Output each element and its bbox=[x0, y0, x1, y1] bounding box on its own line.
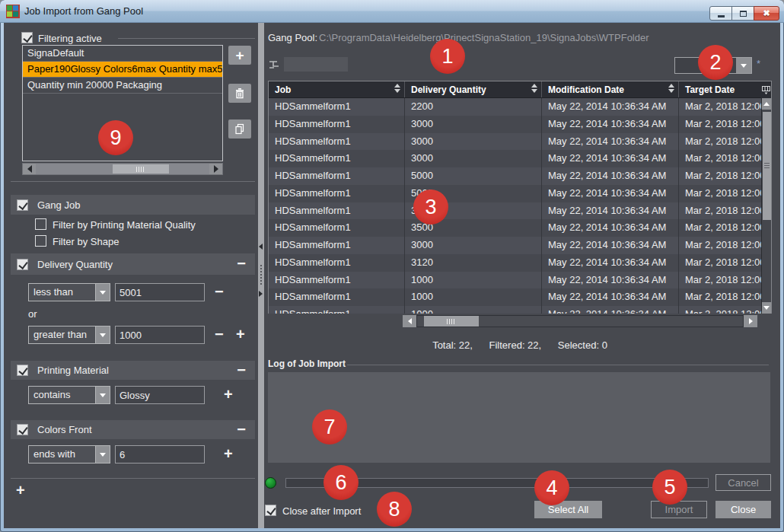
import-button[interactable]: Import bbox=[651, 501, 707, 518]
table-row[interactable]: HDSammelform13500May 22, 2014 10:36:34 A… bbox=[269, 219, 763, 237]
scroll-right-button[interactable] bbox=[744, 315, 757, 327]
dropdown-button[interactable] bbox=[95, 327, 110, 343]
dropdown-button[interactable] bbox=[95, 387, 110, 403]
table-row[interactable]: HDSammelform11000May 22, 2014 10:36:34 A… bbox=[269, 306, 763, 314]
collapse-section-button[interactable]: − bbox=[237, 256, 246, 270]
scroll-left-button[interactable] bbox=[23, 164, 36, 174]
annotation-5: 5 bbox=[652, 470, 687, 505]
cancel-button[interactable]: Cancel bbox=[715, 474, 771, 491]
table-row[interactable]: HDSammelform13000May 22, 2014 10:36:34 A… bbox=[269, 133, 763, 151]
close-after-import-checkbox[interactable] bbox=[265, 505, 276, 516]
scroll-up-button[interactable] bbox=[762, 98, 771, 110]
scroll-down-button[interactable] bbox=[762, 302, 771, 314]
modification-date-cell: May 22, 2014 10:36:34 AM bbox=[542, 202, 679, 220]
table-vertical-scrollbar[interactable] bbox=[761, 98, 771, 314]
add-preset-button[interactable]: + bbox=[228, 46, 251, 65]
column-label: Delivery Quantity bbox=[411, 84, 486, 95]
scrollbar-thumb[interactable] bbox=[113, 164, 169, 174]
colors-front-checkbox[interactable] bbox=[17, 424, 28, 435]
dropdown-button[interactable] bbox=[95, 446, 110, 463]
delete-preset-button[interactable] bbox=[228, 84, 251, 103]
selected-operator: less than bbox=[29, 284, 95, 301]
quantity-cell: 2200 bbox=[405, 98, 542, 116]
or-label: or bbox=[28, 308, 37, 320]
delivery-quantity-checkbox[interactable] bbox=[17, 259, 28, 270]
app-icon bbox=[7, 5, 19, 18]
quantity-value-input[interactable] bbox=[115, 326, 205, 344]
preset-item[interactable]: SignaDefault bbox=[23, 46, 222, 62]
table-row[interactable]: HDSammelform15000May 22, 2014 10:36:34 A… bbox=[269, 185, 763, 202]
duplicate-preset-button[interactable] bbox=[228, 119, 251, 139]
panel-splitter[interactable] bbox=[258, 23, 264, 528]
table-horizontal-scrollbar[interactable] bbox=[403, 315, 757, 327]
table-row[interactable]: HDSammelform13000May 22, 2014 10:36:34 A… bbox=[269, 237, 763, 254]
job-cell: HDSammelform1 bbox=[269, 237, 405, 254]
table-row[interactable]: HDSammelform13000May 22, 2014 10:36:34 A… bbox=[269, 202, 763, 220]
close-dialog-button[interactable]: Close bbox=[715, 501, 771, 518]
column-header-modification-date[interactable]: Modification Date bbox=[542, 81, 679, 97]
table-row[interactable]: HDSammelform13000May 22, 2014 10:36:34 A… bbox=[269, 116, 763, 133]
scrollbar-thumb[interactable] bbox=[424, 316, 479, 327]
annotation-8: 8 bbox=[377, 492, 412, 527]
quantity-operator-select[interactable]: greater than bbox=[28, 326, 110, 344]
column-settings-button[interactable] bbox=[761, 81, 771, 98]
colors-front-section-header: Colors Front − bbox=[11, 420, 255, 439]
column-header-delivery-quantity[interactable]: Delivery Quantity bbox=[405, 81, 542, 97]
maximize-button[interactable] bbox=[731, 6, 754, 21]
material-operator-select[interactable]: contains bbox=[28, 386, 110, 404]
scroll-left-icon bbox=[27, 165, 32, 173]
add-condition-button[interactable]: + bbox=[224, 447, 233, 460]
colors-value-input[interactable] bbox=[115, 445, 205, 464]
plus-icon: + bbox=[235, 47, 244, 64]
table-row[interactable]: HDSammelform12200May 22, 2014 10:36:34 A… bbox=[269, 98, 763, 116]
minimize-button[interactable] bbox=[709, 6, 732, 21]
colors-operator-select[interactable]: ends with bbox=[28, 445, 110, 464]
add-filter-section-button[interactable]: + bbox=[16, 483, 25, 497]
filter-by-shape-checkbox[interactable] bbox=[35, 235, 46, 247]
table-row[interactable]: HDSammelform13000May 22, 2014 10:36:34 A… bbox=[269, 150, 763, 167]
column-header-target-date[interactable]: Target Date bbox=[679, 81, 763, 97]
sort-icon[interactable] bbox=[531, 84, 537, 93]
delivery-quantity-label: Delivery Quantity bbox=[37, 259, 113, 270]
title-bar[interactable]: Job Import from Gang Pool ✖ bbox=[0, 0, 784, 23]
preset-item[interactable]: Quantity min 20000 Packaging bbox=[23, 78, 222, 94]
target-date-cell: Mar 2, 2018 12:00 bbox=[679, 167, 763, 185]
table-row[interactable]: HDSammelform11000May 22, 2014 10:36:34 A… bbox=[269, 272, 763, 289]
material-value-input[interactable] bbox=[115, 386, 205, 404]
preset-list-scrollbar[interactable] bbox=[22, 163, 223, 175]
collapse-section-button[interactable]: − bbox=[237, 422, 246, 435]
table-row[interactable]: HDSammelform15000May 22, 2014 10:36:34 A… bbox=[269, 167, 763, 185]
filtering-active-checkbox[interactable] bbox=[21, 32, 33, 43]
quantity-operator-select[interactable]: less than bbox=[28, 283, 110, 301]
scroll-left-button[interactable] bbox=[403, 315, 416, 327]
table-row[interactable]: HDSammelform11000May 22, 2014 10:36:34 A… bbox=[269, 288, 763, 306]
collapse-section-button[interactable]: − bbox=[237, 362, 246, 376]
remove-condition-button[interactable]: − bbox=[215, 327, 224, 341]
gang-job-checkbox[interactable] bbox=[17, 199, 28, 211]
close-button[interactable]: ✖ bbox=[754, 6, 779, 21]
annotation-4: 4 bbox=[534, 470, 569, 505]
modification-date-cell: May 22, 2014 10:36:34 AM bbox=[542, 185, 679, 202]
column-header-job[interactable]: Job bbox=[269, 81, 405, 97]
group-tree-icon[interactable] bbox=[268, 59, 282, 70]
quantity-cell: 5000 bbox=[405, 167, 542, 185]
scroll-right-icon bbox=[214, 165, 218, 173]
sort-icon[interactable] bbox=[394, 84, 400, 93]
sort-icon[interactable] bbox=[668, 84, 674, 93]
add-condition-button[interactable]: + bbox=[236, 327, 245, 341]
add-condition-button[interactable]: + bbox=[224, 387, 233, 401]
target-date-cell: Mar 2, 2018 12:00 bbox=[679, 202, 763, 220]
scrollbar-thumb[interactable] bbox=[763, 112, 771, 220]
quick-filter-field[interactable] bbox=[284, 57, 348, 72]
quantity-value-input[interactable] bbox=[115, 283, 205, 301]
filter-by-printing-material-quality-checkbox[interactable] bbox=[35, 218, 46, 230]
table-row[interactable]: HDSammelform13120May 22, 2014 10:36:34 A… bbox=[269, 254, 763, 272]
dropdown-button[interactable] bbox=[736, 58, 751, 73]
preset-item[interactable]: Paper190Glossy Colors6max Quantity max50… bbox=[23, 62, 222, 78]
scroll-right-button[interactable] bbox=[209, 164, 222, 174]
remove-condition-button[interactable]: − bbox=[215, 285, 224, 298]
dropdown-button[interactable] bbox=[95, 284, 110, 301]
chevron-down-icon bbox=[100, 453, 106, 457]
collapse-right-icon bbox=[259, 291, 263, 297]
printing-material-checkbox[interactable] bbox=[17, 365, 28, 376]
